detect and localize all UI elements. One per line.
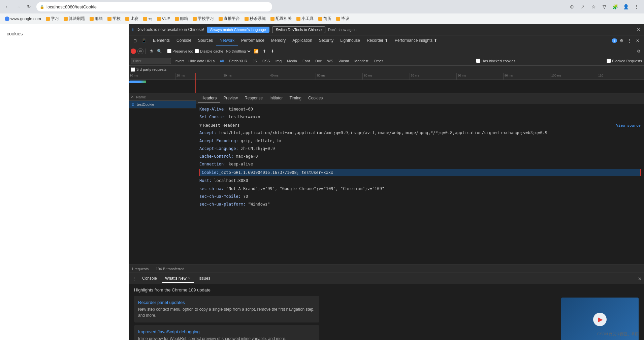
refresh-button[interactable]: ↻ [24,2,34,11]
third-party-checkbox[interactable] [131,67,135,72]
tab-network[interactable]: Network [216,36,238,45]
close-banner-button[interactable]: ✕ [637,27,641,32]
filter-ws[interactable]: WS [326,58,335,64]
filter-css[interactable]: CSS [261,58,272,64]
disable-cache-checkbox[interactable] [195,49,199,53]
bookmark-graduation[interactable]: 毕设 [334,15,351,23]
tab-memory[interactable]: Memory [268,36,289,45]
tab-timing[interactable]: Timing [286,94,305,102]
tab-headers[interactable]: Headers [198,94,220,102]
header-name: Set-Cookie: [199,115,226,119]
blocked-requests-checkbox[interactable] [607,59,611,63]
close-devtools-button[interactable]: ✕ [634,37,641,44]
bookmark-seckill[interactable]: 秒杀系统 [243,15,268,23]
filter-manifest[interactable]: Manifest [353,58,370,64]
has-blocked-cookies-label[interactable]: Has blocked cookies [476,59,515,63]
tab-recorder[interactable]: Recorder ⬆ [363,36,391,45]
record-button[interactable] [131,49,136,54]
tab-application[interactable]: Application [289,36,316,45]
bookmark-icon[interactable]: ☆ [589,2,598,11]
request-row[interactable]: 🗎 testCookie [129,101,196,109]
more-icon[interactable]: ⋮ [626,37,633,44]
extensions-icon[interactable]: 🧩 [610,2,620,11]
bookmark-tools[interactable]: 小工具 [294,15,316,23]
filter-doc[interactable]: Doc [314,58,324,64]
has-blocked-cookies-checkbox[interactable] [476,59,480,63]
search-icon[interactable]: 🔍 [156,48,163,55]
preserve-log-label[interactable]: Preserve log [167,49,193,53]
tab-preview[interactable]: Preview [220,94,241,102]
menu-icon[interactable]: ⋮ [632,2,641,11]
filter-all[interactable]: All [218,58,225,64]
filter-media[interactable]: Media [285,58,299,64]
download-icon[interactable]: ⬇ [269,48,276,55]
settings-network-icon[interactable]: ⚙ [635,48,642,55]
view-source-link[interactable]: View source [616,123,641,128]
bookmark-algo[interactable]: 算法刷题 [62,15,87,23]
device-icon[interactable]: 📱 [140,37,148,44]
upload-icon[interactable]: ⬆ [261,48,268,55]
tab-security[interactable]: Security [316,36,337,45]
back-button[interactable]: ← [3,2,12,11]
translate-icon[interactable]: ⊕ [567,2,577,11]
filter-icon[interactable]: ⚗ [148,48,155,55]
blocked-requests-label[interactable]: Blocked Requests [607,59,642,63]
drawer-more-button[interactable]: ⋮ [131,275,137,282]
filter-input[interactable] [131,58,171,64]
expand-icon[interactable]: ▽ [600,2,609,11]
bookmark-config[interactable]: 配置相关 [268,15,294,23]
invert-button[interactable]: Invert [173,59,185,63]
bookmark-label: 邮箱 [180,16,188,22]
filter-other[interactable]: Other [372,58,385,64]
inspect-icon[interactable]: ⊡ [131,37,139,44]
update-card-title[interactable]: Recorder panel updates [138,300,315,305]
tab-elements[interactable]: Elements [150,36,173,45]
play-button[interactable]: ▶ [593,313,607,326]
close-whatsnew-icon[interactable]: ✕ [188,276,191,280]
close-drawer-button[interactable]: ✕ [638,276,642,281]
forward-button[interactable]: → [13,2,23,11]
drawer-tab-console[interactable]: Console [139,275,160,283]
tab-performance-insights[interactable]: Performance insights ⬆ [391,36,441,45]
bookmark-vue[interactable]: VUE [155,16,172,22]
bookmark-label: 学校 [112,16,121,22]
throttle-select[interactable]: No throttling [225,49,252,54]
bookmark-school[interactable]: 学校 [105,15,123,23]
tab-sources[interactable]: Sources [195,36,216,45]
preserve-log-checkbox[interactable] [167,49,171,53]
filter-font[interactable]: Font [301,58,312,64]
filter-js[interactable]: JS [251,58,259,64]
filter-fetchxhr[interactable]: Fetch/XHR [227,58,249,64]
drawer-tab-whatsnew[interactable]: What's New ✕ [162,275,194,283]
bookmark-mail2[interactable]: 邮箱 [173,15,190,23]
hide-data-urls-button[interactable]: Hide data URLs [187,59,216,63]
bookmark-study[interactable]: 学习 [44,15,61,23]
filter-img[interactable]: Img [274,58,283,64]
address-bar[interactable]: 🔒 localhost:8080/testCookie [36,2,272,11]
bookmark-compete[interactable]: 比赛 [123,15,140,23]
tab-response[interactable]: Response [241,94,266,102]
tab-performance[interactable]: Performance [238,36,268,45]
bookmark-school-study[interactable]: 学校学习 [191,15,216,23]
settings-icon[interactable]: ⚙ [618,37,625,44]
tab-lighthouse[interactable]: Lighthouse [337,36,363,45]
drawer-tab-issues[interactable]: Issues [195,275,214,283]
tab-initiator[interactable]: Initiator [266,94,286,102]
tab-console[interactable]: Console [173,36,195,45]
share-icon[interactable]: ↗ [578,2,587,11]
dont-show-button[interactable]: Don't show again [328,28,356,32]
disable-cache-label[interactable]: Disable cache [195,49,223,53]
tab-cookies[interactable]: Cookies [305,94,326,102]
bookmark-cloud[interactable]: 云 [141,15,154,23]
filter-wasm[interactable]: Wasm [337,58,351,64]
bookmark-live[interactable]: 直播平台 [217,15,242,23]
bookmark-mail[interactable]: 邮箱 [88,15,105,23]
update-card-title-js[interactable]: Improved JavaScript debugging [138,329,315,334]
switch-language-button[interactable]: Switch DevTools to Chinese [272,26,325,33]
bookmark-resume[interactable]: 简历 [316,15,333,23]
match-language-button[interactable]: Always match Chrome's language [207,27,269,33]
bookmark-google[interactable]: www.google.com [3,16,43,22]
clear-button[interactable]: ⊘ [137,48,143,54]
wifi-icon[interactable]: 📶 [253,48,260,55]
profile-icon[interactable]: 👤 [621,2,631,11]
